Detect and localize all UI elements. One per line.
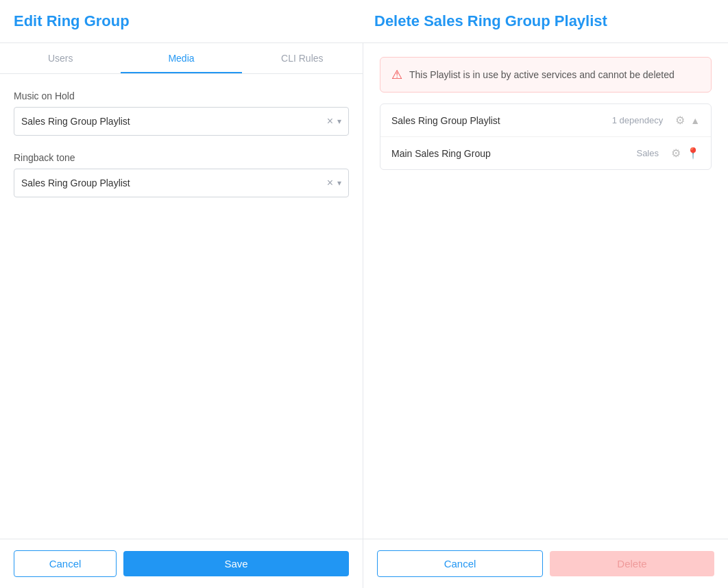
ringback-tone-select[interactable]: Sales Ring Group Playlist × ▾ [14, 169, 349, 197]
delete-static-text: Delete [374, 12, 424, 29]
tab-users[interactable]: Users [0, 43, 121, 73]
dep-item-main-sales: Main Sales Ring Group Sales ⚙ 📍 [380, 137, 711, 169]
save-button[interactable]: Save [123, 551, 349, 576]
footer: Cancel Save Cancel Delete [0, 539, 728, 588]
music-on-hold-group: Music on Hold Sales Ring Group Playlist … [14, 90, 349, 136]
music-on-hold-select[interactable]: Sales Ring Group Playlist × ▾ [14, 107, 349, 136]
header-right: Delete Sales Ring Group Playlist [354, 12, 714, 30]
footer-right: Cancel Delete [363, 539, 728, 588]
dep-main-sales-gear-icon[interactable]: ⚙ [671, 147, 681, 160]
page-container: Edit Ring Group Delete Sales Ring Group … [0, 0, 728, 588]
alert-box: ⚠ This Playlist is in use by active serv… [380, 57, 712, 93]
ringback-tone-value: Sales Ring Group Playlist [21, 177, 327, 188]
ringback-tone-clear-icon[interactable]: × [327, 177, 333, 189]
alert-text: This Playlist is in use by active servic… [409, 69, 675, 80]
left-panel: Users Media CLI Rules Music on Hold Sale… [0, 43, 363, 539]
footer-left: Cancel Save [0, 539, 363, 588]
music-on-hold-value: Sales Ring Group Playlist [21, 116, 327, 127]
ringback-tone-label: Ringback tone [14, 152, 349, 163]
right-panel: ⚠ This Playlist is in use by active serv… [363, 43, 728, 539]
dep-main-sales-name: Main Sales Ring Group [391, 148, 636, 159]
cancel-right-button[interactable]: Cancel [377, 550, 543, 577]
header-left: Edit Ring Group [14, 12, 354, 30]
edit-ring-group-title: Edit Ring Group [14, 12, 354, 30]
music-on-hold-label: Music on Hold [14, 90, 349, 101]
dep-main-sales-badge: Sales [636, 148, 659, 158]
delete-playlist-title: Delete Sales Ring Group Playlist [374, 12, 714, 30]
tab-cli-rules[interactable]: CLI Rules [242, 43, 363, 73]
music-on-hold-arrow-icon[interactable]: ▾ [337, 117, 341, 126]
cancel-button[interactable]: Cancel [14, 550, 117, 577]
dep-main-sales-pin-icon[interactable]: 📍 [686, 147, 700, 160]
warning-icon: ⚠ [391, 67, 402, 82]
delete-blue-text: Sales Ring Group Playlist [424, 12, 607, 29]
ringback-tone-arrow-icon[interactable]: ▾ [337, 178, 341, 188]
main-content: Users Media CLI Rules Music on Hold Sale… [0, 43, 728, 539]
dependency-list: Sales Ring Group Playlist 1 dependecy ⚙ … [380, 103, 712, 170]
dep-playlist-expand-icon[interactable]: ▲ [690, 115, 700, 126]
tab-media[interactable]: Media [121, 43, 241, 73]
dep-playlist-gear-icon[interactable]: ⚙ [675, 114, 685, 127]
delete-button[interactable]: Delete [550, 551, 714, 576]
dep-playlist-name: Sales Ring Group Playlist [391, 115, 612, 126]
edit-blue-text: Ring Group [47, 12, 130, 29]
edit-static-text: Edit [14, 12, 47, 29]
ringback-tone-group: Ringback tone Sales Ring Group Playlist … [14, 152, 349, 197]
dep-item-playlist: Sales Ring Group Playlist 1 dependecy ⚙ … [380, 104, 711, 137]
dep-playlist-badge: 1 dependecy [612, 115, 663, 125]
music-on-hold-clear-icon[interactable]: × [327, 115, 333, 127]
tabs-container: Users Media CLI Rules [0, 43, 363, 74]
form-area: Music on Hold Sales Ring Group Playlist … [0, 74, 363, 539]
header: Edit Ring Group Delete Sales Ring Group … [0, 0, 728, 43]
